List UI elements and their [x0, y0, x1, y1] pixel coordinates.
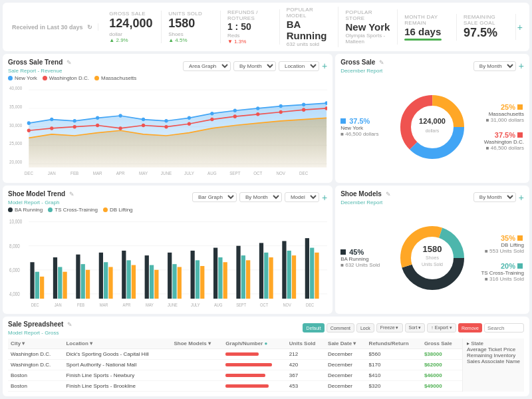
legend-label: BA Running [15, 207, 43, 213]
data-point [118, 114, 122, 118]
edit-icon[interactable]: ✎ [67, 321, 72, 328]
data-point [142, 124, 145, 128]
cell-location: Dick's Sporting Goods - Capital Hill [63, 349, 171, 360]
by-month-select[interactable]: By Month [233, 61, 276, 71]
edit-icon[interactable]: ✎ [379, 59, 384, 66]
add-button[interactable]: + [517, 22, 523, 33]
spread-subtitle: Model Report - Gross [8, 330, 59, 336]
table-row: Boston Finish Line Sports - Brookline 45… [8, 381, 462, 392]
default-button[interactable]: Default [303, 323, 324, 332]
svg-rect-50 [172, 264, 176, 299]
svg-rect-46 [145, 255, 149, 299]
stat-value: 16 days [404, 26, 441, 37]
by-month-select[interactable]: By Month [239, 192, 282, 202]
stat-label: Gross Sale [109, 11, 146, 17]
legend-name: Washington D.C. [484, 139, 524, 145]
right-panel: ▸ State Average Ticket Price Remaining I… [462, 338, 524, 392]
export-button[interactable]: ↑ Export ▾ [427, 323, 456, 332]
svg-rect-33 [40, 276, 44, 298]
cell-city: Washington D.C. [8, 349, 63, 360]
chart-controls: Area Graph By Month Location + [183, 61, 327, 71]
col-city: City ▾ [8, 338, 63, 349]
cell-gross: $38000 [422, 349, 462, 360]
donut-right-legend: 25% Massachusetts ■ 31,000 dollars 37.5% [469, 103, 524, 151]
remove-button[interactable]: Remove [458, 323, 482, 332]
cell-shoe-model [171, 381, 223, 392]
svg-text:20,000: 20,000 [9, 160, 23, 164]
freeze-button[interactable]: Freeze ▾ [376, 323, 403, 332]
cell-gross: $62000 [422, 360, 462, 370]
stats-bar-title: Received in Last 30 days ↻ [9, 23, 98, 31]
svg-rect-34 [53, 257, 57, 299]
add-chart-button[interactable]: + [322, 61, 327, 71]
legend-label: Massachusetts [101, 75, 136, 81]
chart-controls: Bar Graph By Month Model + [192, 192, 327, 203]
comment-button[interactable]: Comment [327, 323, 354, 332]
data-point [302, 103, 305, 107]
edit-icon[interactable]: ✎ [69, 191, 74, 198]
cell-refund: $320 [366, 381, 422, 392]
legend-label: Washington D.C. [49, 75, 89, 81]
stat-unit: dollar [109, 31, 122, 37]
svg-text:JULY: JULY [191, 301, 200, 307]
legend-pct: 35% [501, 234, 515, 242]
add-chart-button[interactable]: + [322, 192, 327, 203]
refresh-icon[interactable]: ↻ [87, 24, 92, 31]
edit-icon[interactable]: ✎ [66, 59, 72, 66]
legend-pct: 37.5% [495, 131, 515, 139]
svg-rect-60 [246, 260, 250, 299]
donut-center-label: Units Sold [422, 262, 443, 267]
svg-text:6,000: 6,000 [9, 266, 20, 273]
chart-title: Gross Sale [340, 59, 375, 66]
legend-dot [94, 76, 99, 80]
stat-label: Units Sold [168, 11, 202, 17]
svg-text:8,000: 8,000 [9, 242, 20, 249]
by-month-select[interactable]: By Month [473, 192, 516, 202]
stat-label: Popular Model [287, 7, 333, 19]
svg-rect-42 [108, 267, 112, 299]
spread-table-wrap: City ▾ Location ▾ Shoe Models ▾ Graph/Nu… [8, 338, 462, 392]
donut-svg: 1580 Shoes Units Sold [396, 221, 469, 295]
cell-gross: $46000 [422, 370, 462, 381]
sort-button[interactable]: Sort ▾ [405, 323, 426, 332]
right-panel-item: Remaining Inventory [467, 352, 520, 358]
bar-graph-select[interactable]: Bar Graph [192, 192, 237, 202]
model-select[interactable]: Model [285, 192, 319, 202]
legend-label: TS Cross-Training [55, 207, 98, 213]
spread-title: Sale Spreadsheet [8, 321, 63, 328]
right-panel-item: Average Ticket Price [467, 346, 520, 352]
svg-rect-59 [241, 255, 245, 299]
svg-text:NOV: NOV [283, 301, 291, 307]
lock-button[interactable]: Lock [356, 323, 374, 332]
spread-body: City ▾ Location ▾ Shoe Models ▾ Graph/Nu… [8, 338, 524, 392]
legend-new-york: 37.5% New York ■ 46,500 dollars [340, 117, 396, 137]
data-point [96, 116, 99, 120]
add-chart-button[interactable]: + [519, 61, 524, 71]
location-select[interactable]: Location [279, 61, 319, 71]
edit-icon[interactable]: ✎ [386, 191, 391, 198]
stat-refunds: Refunds / Rotures 1 : 50 Reds ▼ 1.3% [222, 9, 280, 45]
area-graph-select[interactable]: Area Graph [183, 61, 231, 71]
legend-pct: 45% [349, 248, 364, 256]
legend-ts-cross: TS Cross-Training [48, 207, 98, 213]
search-input[interactable] [484, 323, 524, 332]
svg-rect-35 [58, 267, 62, 299]
cell-shoe-model [171, 360, 223, 370]
legend-dot [103, 207, 108, 212]
svg-text:SEPT: SEPT [229, 171, 240, 176]
add-chart-button[interactable]: + [519, 192, 524, 203]
chart-legend: New York Washington D.C. Massachusetts [8, 75, 327, 81]
svg-text:MAY: MAY [146, 301, 154, 307]
legend-db-lifting: DB Lifting [103, 207, 133, 213]
chart-subtitle: Model Report - Graph [8, 200, 59, 205]
by-month-select[interactable]: By Month [473, 61, 516, 71]
stat-unit: Shoes [168, 31, 184, 37]
svg-text:30,000: 30,000 [9, 123, 23, 128]
svg-rect-61 [259, 243, 263, 299]
svg-rect-54 [200, 266, 204, 299]
donut-center-value: 124,000 [419, 117, 446, 125]
data-point [188, 116, 191, 120]
svg-rect-55 [213, 247, 217, 299]
cell-date: December [325, 381, 366, 392]
data-point [164, 119, 168, 123]
